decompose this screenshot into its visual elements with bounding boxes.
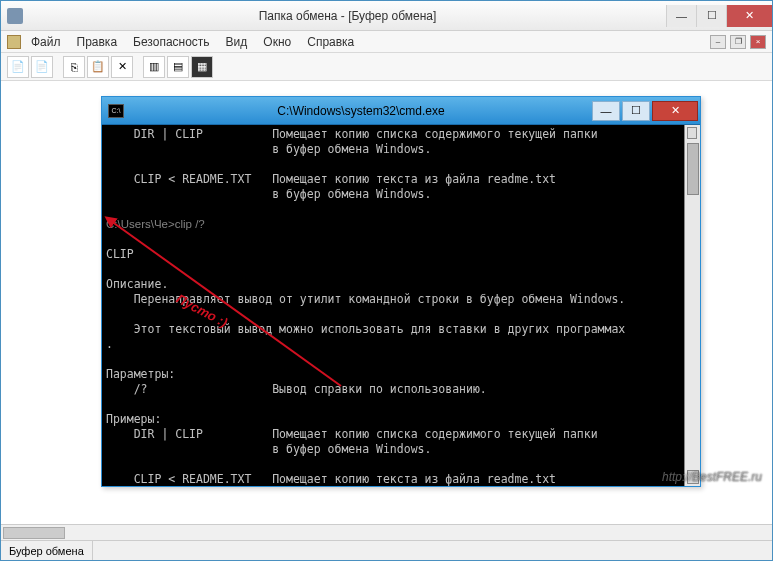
close-button[interactable]: ✕ (726, 5, 772, 27)
menu-view[interactable]: Вид (220, 33, 254, 51)
menu-bar: Файл Правка Безопасность Вид Окно Справк… (1, 31, 772, 53)
toolbar-view1-icon[interactable]: ▥ (143, 56, 165, 78)
cmd-close-button[interactable]: ✕ (652, 101, 698, 121)
cmd-title-text: C:\Windows\system32\cmd.exe (130, 104, 592, 118)
menu-security[interactable]: Безопасность (127, 33, 216, 51)
toolbar: 📄 📄 ⎘ 📋 ✕ ▥ ▤ ▦ (1, 53, 772, 81)
menu-help[interactable]: Справка (301, 33, 360, 51)
mdi-close-button[interactable]: × (750, 35, 766, 49)
outer-window: Папка обмена - [Буфер обмена] — ☐ ✕ Файл… (0, 0, 773, 561)
toolbar-copy-icon[interactable]: ⎘ (63, 56, 85, 78)
cmd-icon: C:\ (108, 104, 124, 118)
status-bar: Буфер обмена (1, 540, 772, 560)
toolbar-page1-icon[interactable]: 📄 (7, 56, 29, 78)
mdi-restore-button[interactable]: ❐ (730, 35, 746, 49)
status-cell: Буфер обмена (1, 541, 93, 560)
minimize-button[interactable]: — (666, 5, 696, 27)
watermark: http://BestFREE.ru (662, 470, 762, 484)
outer-titlebar[interactable]: Папка обмена - [Буфер обмена] — ☐ ✕ (1, 1, 772, 31)
cmd-window: C:\ C:\Windows\system32\cmd.exe — ☐ ✕ DI… (101, 96, 701, 487)
maximize-button[interactable]: ☐ (696, 5, 726, 27)
menu-file[interactable]: Файл (25, 33, 67, 51)
cmd-minimize-button[interactable]: — (592, 101, 620, 121)
toolbar-view3-icon[interactable]: ▦ (191, 56, 213, 78)
document-icon (7, 35, 21, 49)
toolbar-delete-icon[interactable]: ✕ (111, 56, 133, 78)
client-area: C:\ C:\Windows\system32\cmd.exe — ☐ ✕ DI… (1, 81, 772, 524)
toolbar-paste-icon[interactable]: 📋 (87, 56, 109, 78)
cmd-scrollbar[interactable] (684, 125, 700, 486)
window-title: Папка обмена - [Буфер обмена] (29, 9, 666, 23)
toolbar-page2-icon[interactable]: 📄 (31, 56, 53, 78)
menu-edit[interactable]: Правка (71, 33, 124, 51)
toolbar-view2-icon[interactable]: ▤ (167, 56, 189, 78)
mdi-minimize-button[interactable]: – (710, 35, 726, 49)
menu-window[interactable]: Окно (257, 33, 297, 51)
outer-horizontal-scrollbar[interactable] (1, 524, 772, 540)
app-icon (7, 8, 23, 24)
cmd-maximize-button[interactable]: ☐ (622, 101, 650, 121)
cmd-titlebar[interactable]: C:\ C:\Windows\system32\cmd.exe — ☐ ✕ (102, 97, 700, 125)
